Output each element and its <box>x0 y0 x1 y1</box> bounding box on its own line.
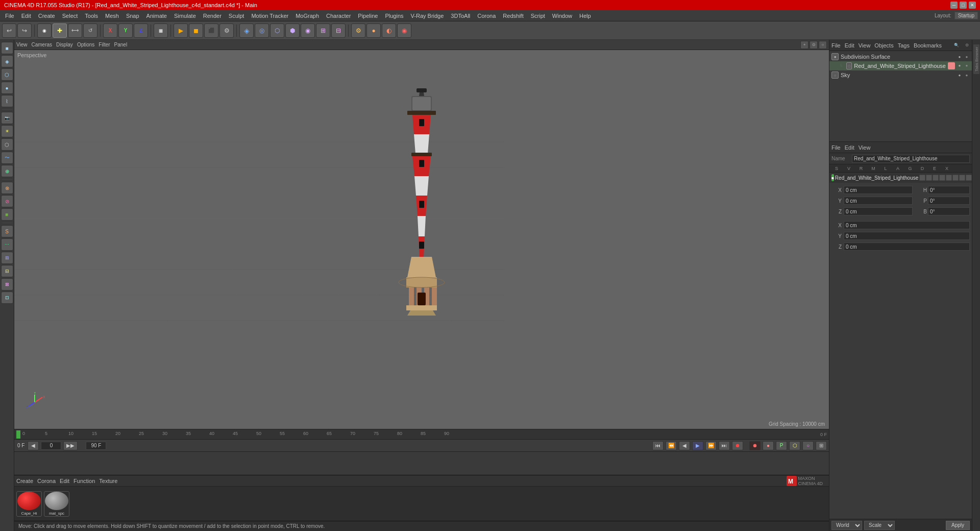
timeline-extra-1[interactable]: ⬡ <box>789 441 800 450</box>
am-check-4[interactable] <box>939 175 945 181</box>
extra-tool-1[interactable]: ⚙ <box>351 23 365 38</box>
timeline-tracks[interactable] <box>14 452 829 475</box>
layout-dropdown[interactable]: Startup <box>954 12 978 19</box>
am-check-1[interactable] <box>919 175 925 181</box>
am-menu-edit[interactable]: Edit <box>845 144 854 151</box>
om-menu-edit[interactable]: Edit <box>845 42 854 49</box>
menu-simulate[interactable]: Simulate <box>171 12 199 20</box>
vp-nav-icon-1[interactable]: + <box>800 41 808 49</box>
om-item-lighthouse[interactable]: └ □ Red_and_White_Striped_Lighthouse ● ● <box>829 61 972 70</box>
left-tool-deformers[interactable]: ⊗ <box>1 182 13 194</box>
menu-mesh[interactable]: Mesh <box>102 12 122 20</box>
mat-menu-create[interactable]: Create <box>16 478 33 484</box>
mat-menu-function[interactable]: Function <box>74 478 95 484</box>
view-mode-1[interactable]: ◈ <box>239 23 254 38</box>
am-scale-dropdown[interactable]: Scale Size <box>864 521 895 530</box>
menu-tools[interactable]: Tools <box>82 12 101 20</box>
left-tool-camera[interactable]: 📷 <box>1 112 13 124</box>
timeline-extra-3[interactable]: ⊞ <box>816 441 827 450</box>
am-z-input[interactable] <box>844 207 913 215</box>
menu-3dtoall[interactable]: 3DToAll <box>448 12 473 20</box>
live-selection-button[interactable]: ◉ <box>37 23 52 38</box>
menu-animate[interactable]: Animate <box>143 12 170 20</box>
record-pos[interactable]: P <box>776 441 787 450</box>
play-forward-button[interactable]: ▶ <box>692 441 703 450</box>
menu-sculpt[interactable]: Sculpt <box>226 12 248 20</box>
menu-vray[interactable]: V-Ray Bridge <box>408 12 447 20</box>
view-mode-2[interactable]: ◎ <box>255 23 269 38</box>
left-tool-extra[interactable]: ⊡ <box>1 292 13 304</box>
left-tool-paint[interactable]: S <box>1 225 13 237</box>
om-vis-icon-3[interactable]: ● <box>957 72 963 78</box>
left-tool-poly[interactable]: ◈ <box>1 55 13 67</box>
frame-input[interactable] <box>41 442 61 450</box>
extra-tool-3[interactable]: ◐ <box>382 23 396 38</box>
y-axis-button[interactable]: Y <box>118 23 133 38</box>
left-tool-material-tag[interactable]: ⊞ <box>1 252 13 264</box>
am-check-6[interactable] <box>952 175 959 181</box>
menu-render[interactable]: Render <box>200 12 225 20</box>
am-check-5[interactable] <box>946 175 952 181</box>
om-vis-icon-2[interactable]: ● <box>957 62 963 68</box>
menu-mograph[interactable]: MoGraph <box>292 12 322 20</box>
om-lock-icon-3[interactable]: ● <box>964 72 970 78</box>
goto-end-button[interactable]: ⏭ <box>719 441 730 450</box>
left-tool-edge[interactable]: ⬡ <box>1 68 13 81</box>
vp-menu-filter[interactable]: Filter <box>99 42 110 47</box>
move-tool-button[interactable]: ✚ <box>53 23 67 38</box>
menu-window[interactable]: Window <box>549 12 575 20</box>
mat-menu-edit[interactable]: Edit <box>60 478 69 484</box>
material-cape-hi[interactable]: Cape_Hi <box>16 491 42 517</box>
om-menu-view[interactable]: View <box>859 42 871 49</box>
menu-snap[interactable]: Snap <box>123 12 142 20</box>
play-back-button[interactable]: ◀ <box>679 441 690 450</box>
left-tool-generators[interactable]: ⊕ <box>1 165 13 177</box>
am-p-input[interactable] <box>928 197 970 205</box>
left-tool-point[interactable]: ● <box>1 82 13 94</box>
model-mode-button[interactable]: ■ <box>154 23 168 38</box>
vp-menu-cameras[interactable]: Cameras <box>32 42 53 47</box>
am-menu-file[interactable]: File <box>831 144 841 151</box>
am-check-7[interactable] <box>959 175 965 181</box>
view-mode-6[interactable]: ⊞ <box>316 23 330 38</box>
menu-select[interactable]: Select <box>59 12 81 20</box>
record-active[interactable]: ⏺ <box>749 441 761 450</box>
left-tool-primitives[interactable]: ⬡ <box>1 138 13 151</box>
timeline-extra-2[interactable]: ○ <box>802 441 814 450</box>
am-z2-input[interactable] <box>844 243 970 251</box>
am-x-input[interactable] <box>844 186 913 194</box>
redo-button[interactable]: ↪ <box>17 23 32 38</box>
rotate-tool-button[interactable]: ↺ <box>83 23 97 38</box>
auto-keyframe[interactable]: ● <box>763 441 774 450</box>
menu-pipeline[interactable]: Pipeline <box>355 12 381 20</box>
am-world-dropdown[interactable]: World Object Parent <box>831 521 862 530</box>
left-tool-line[interactable]: ⌇ <box>1 95 13 107</box>
end-frame-input[interactable] <box>86 442 106 450</box>
render-settings-button[interactable]: ⚙ <box>219 23 234 38</box>
am-h-input[interactable] <box>928 186 970 194</box>
view-mode-4[interactable]: ⬢ <box>285 23 300 38</box>
z-axis-button[interactable]: Z <box>134 23 148 38</box>
view-mode-5[interactable]: ◉ <box>301 23 315 38</box>
om-settings-icon[interactable]: ⚙ <box>964 42 970 49</box>
am-check-2[interactable] <box>926 175 932 181</box>
am-y2-input[interactable] <box>844 232 970 240</box>
am-x2-input[interactable] <box>844 221 970 229</box>
close-button[interactable]: ✕ <box>969 2 976 9</box>
am-name-input[interactable] <box>852 155 970 163</box>
om-menu-tags[interactable]: Tags <box>898 42 910 49</box>
left-tool-fields[interactable]: ≡ <box>1 208 13 221</box>
am-b-input[interactable] <box>928 207 970 215</box>
timeline-playhead-marker[interactable] <box>16 430 20 439</box>
step-back-button[interactable]: ⏪ <box>666 441 677 450</box>
menu-edit[interactable]: Edit <box>18 12 34 20</box>
record-stop[interactable]: ⏺ <box>732 441 743 450</box>
window-controls[interactable]: ─ □ ✕ <box>950 2 976 9</box>
menu-plugins[interactable]: Plugins <box>382 12 406 20</box>
left-tool-sculpt-tool[interactable]: ⊠ <box>1 278 13 291</box>
om-item-sky[interactable]: ○ Sky ● ● <box>829 70 972 80</box>
am-y-input[interactable] <box>844 197 913 205</box>
undo-button[interactable]: ↩ <box>2 23 16 38</box>
menu-redshift[interactable]: Redshift <box>500 12 526 20</box>
view-mode-3[interactable]: ⬡ <box>270 23 284 38</box>
